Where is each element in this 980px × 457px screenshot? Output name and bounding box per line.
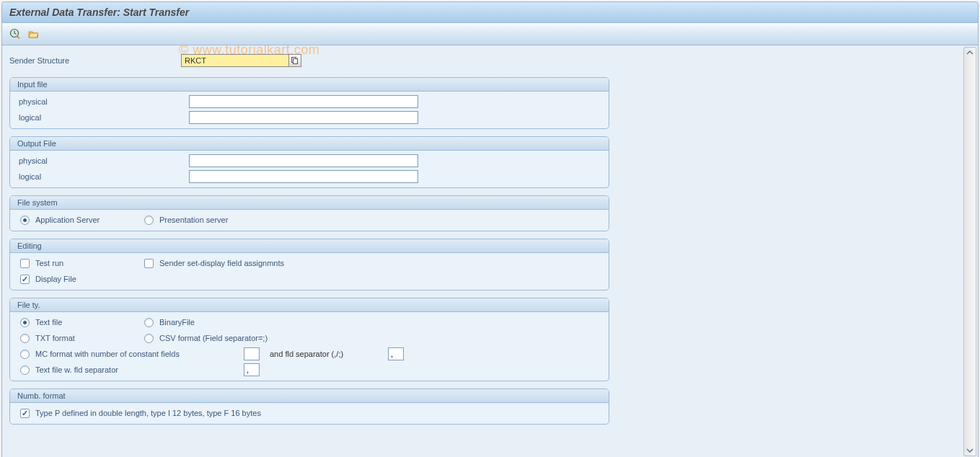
scroll-down-button[interactable] — [965, 445, 975, 456]
group-output-file-header: Output File — [10, 137, 609, 151]
check-display-file[interactable] — [20, 275, 30, 284]
output-logical-label: logical — [12, 172, 189, 181]
group-editing-header: Editing — [10, 239, 609, 253]
check-sender-set-display[interactable] — [144, 259, 154, 268]
check-display-file-label: Display File — [35, 275, 76, 283]
radio-mc-format-label: MC format with number of constant fields — [35, 350, 180, 358]
check-test-run-label: Test run — [35, 259, 63, 267]
group-file-system: File system Application Server Presentat… — [9, 195, 609, 231]
app-root: External Data Transfer: Start Transfer ©… — [0, 1, 980, 457]
execute-button[interactable] — [8, 27, 22, 41]
group-input-file-header: Input file — [10, 78, 609, 92]
radio-binary-file-label: BinaryFile — [159, 318, 195, 327]
group-input-file: Input file physical logical — [9, 77, 609, 129]
sender-structure-row: Sender Structure — [9, 54, 958, 67]
radio-text-file[interactable] — [20, 318, 30, 327]
sender-structure-f4-button[interactable] — [288, 54, 301, 67]
page-title: External Data Transfer: Start Transfer — [9, 6, 189, 18]
group-numb-format-header: Numb. format — [10, 389, 609, 403]
group-file-type: File ty. Text file BinaryFile — [9, 298, 609, 381]
input-physical-label: physical — [12, 97, 189, 106]
check-type-p-label: Type P defined in double length, type I … — [35, 409, 261, 417]
text-file-sep-field[interactable] — [244, 363, 260, 376]
scroll-up-button[interactable] — [965, 48, 975, 58]
search-help-icon — [291, 56, 299, 65]
check-test-run[interactable] — [20, 259, 30, 268]
radio-application-server-label: Application Server — [35, 216, 100, 224]
output-physical-label: physical — [12, 156, 189, 165]
group-editing: Editing Test run Sender set-display fiel… — [9, 239, 609, 290]
output-logical-field[interactable] — [189, 170, 418, 183]
input-physical-field[interactable] — [189, 95, 418, 108]
radio-presentation-server-label: Presentation server — [159, 216, 228, 224]
svg-rect-2 — [293, 59, 298, 64]
sender-structure-label: Sender Structure — [9, 56, 181, 65]
radio-mc-format[interactable] — [20, 350, 30, 359]
clock-run-icon — [9, 28, 21, 40]
input-logical-label: logical — [12, 113, 189, 122]
radio-text-file-sep-label: Text file w. fld separator — [35, 365, 118, 374]
group-file-system-header: File system — [10, 196, 609, 210]
group-output-file: Output File physical logical — [9, 136, 609, 188]
group-numb-format: Numb. format Type P defined in double le… — [9, 389, 609, 425]
check-sender-set-display-label: Sender set-display field assignmnts — [159, 259, 284, 267]
titlebar: External Data Transfer: Start Transfer — [1, 1, 979, 23]
radio-csv-format-label: CSV format (Field separator=;) — [159, 334, 268, 342]
toolbar — [1, 23, 979, 45]
radio-binary-file[interactable] — [144, 318, 154, 327]
folder-open-icon — [28, 28, 40, 40]
variant-button[interactable] — [27, 27, 41, 41]
radio-text-file-label: Text file — [35, 318, 62, 327]
check-type-p[interactable] — [20, 409, 30, 418]
content-wrap: © www.tutorialkart.com Sender Structure — [1, 45, 979, 457]
radio-csv-format[interactable] — [144, 334, 154, 343]
input-logical-field[interactable] — [189, 111, 418, 124]
radio-txt-format-label: TXT format — [35, 334, 75, 342]
group-file-type-header: File ty. — [10, 298, 609, 312]
vertical-scrollbar[interactable] — [963, 47, 976, 456]
radio-application-server[interactable] — [20, 216, 30, 225]
radio-text-file-sep[interactable] — [20, 365, 30, 375]
mc-count-field[interactable] — [244, 347, 260, 360]
chevron-down-icon — [966, 447, 974, 454]
chevron-up-icon — [966, 49, 974, 56]
mc-sep-label: and fld separator (,/;) — [270, 350, 343, 358]
content: © www.tutorialkart.com Sender Structure — [2, 45, 963, 457]
output-physical-field[interactable] — [189, 154, 418, 167]
mc-sep-field[interactable] — [388, 347, 404, 360]
radio-presentation-server[interactable] — [144, 216, 154, 225]
radio-txt-format[interactable] — [20, 334, 30, 343]
sender-structure-input[interactable] — [181, 54, 289, 67]
